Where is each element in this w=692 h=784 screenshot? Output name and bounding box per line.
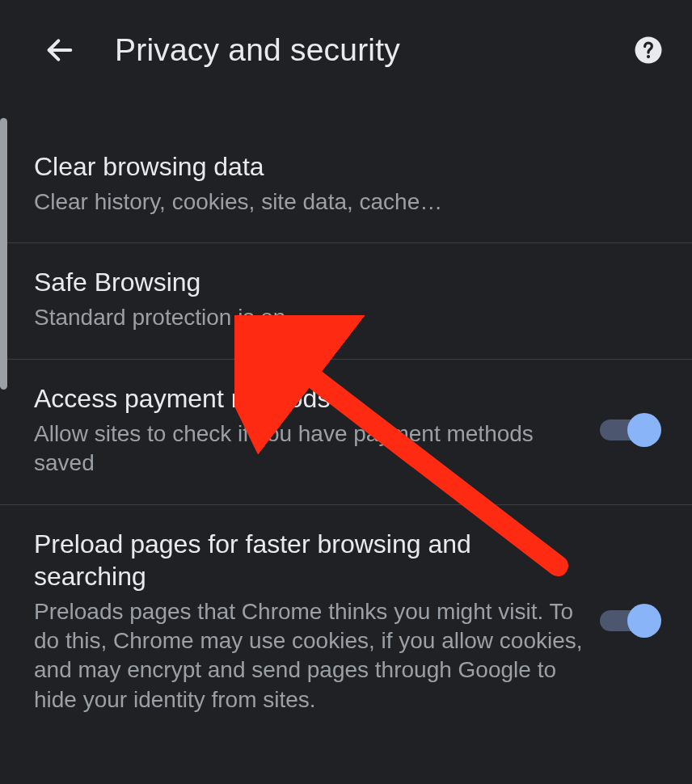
safe-browsing-item[interactable]: Safe Browsing Standard protection is on — [0, 243, 692, 359]
item-title: Safe Browsing — [34, 266, 645, 298]
item-subtitle: Standard protection is on — [34, 303, 645, 332]
clear-browsing-data-item[interactable]: Clear browsing data Clear history, cooki… — [0, 128, 692, 243]
item-text: Preload pages for faster browsing and se… — [34, 528, 600, 715]
settings-list: Clear browsing data Clear history, cooki… — [0, 128, 692, 740]
preload-pages-toggle[interactable] — [600, 603, 661, 639]
header-bar: Privacy and security — [0, 0, 692, 100]
help-icon — [634, 36, 663, 65]
preload-pages-item[interactable]: Preload pages for faster browsing and se… — [0, 505, 692, 741]
toggle-thumb — [627, 604, 661, 638]
settings-screen: Privacy and security Clear browsing data… — [0, 0, 692, 784]
payment-methods-toggle[interactable] — [600, 412, 661, 448]
item-text: Clear browsing data Clear history, cooki… — [34, 150, 661, 217]
item-subtitle: Clear history, cookies, site data, cache… — [34, 188, 645, 217]
item-text: Access payment methods Allow sites to ch… — [34, 382, 600, 478]
item-title: Clear browsing data — [34, 150, 645, 183]
scroll-edge-indicator — [0, 118, 7, 390]
access-payment-methods-item[interactable]: Access payment methods Allow sites to ch… — [0, 360, 692, 505]
item-text: Safe Browsing Standard protection is on — [34, 266, 661, 332]
back-arrow-icon — [44, 34, 76, 66]
toggle-thumb — [627, 413, 661, 447]
page-title: Privacy and security — [115, 32, 632, 68]
item-title: Preload pages for faster browsing and se… — [34, 528, 584, 592]
svg-point-2 — [647, 55, 650, 58]
item-subtitle: Allow sites to check if you have payment… — [34, 419, 584, 478]
item-subtitle: Preloads pages that Chrome thinks you mi… — [34, 597, 584, 715]
back-button[interactable] — [40, 31, 79, 70]
help-button[interactable] — [632, 34, 665, 66]
item-title: Access payment methods — [34, 382, 584, 415]
